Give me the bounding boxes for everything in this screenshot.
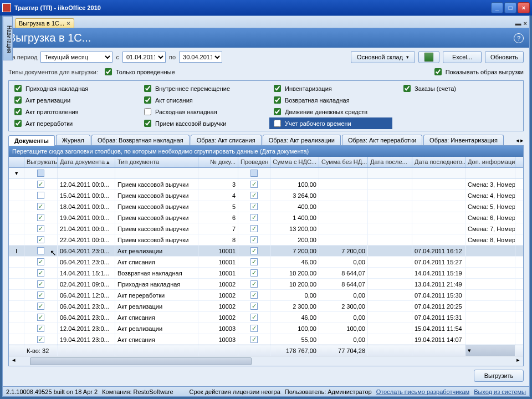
row-posted-checkbox[interactable] <box>250 269 258 277</box>
period-range-select[interactable]: Текущий месяц <box>40 52 112 63</box>
table-row[interactable]: 02.04.2011 09:0...Приходная накладная100… <box>9 279 523 290</box>
table-row[interactable]: 19.04.2011 23:0...Акт списания1000355,00… <box>9 334 523 345</box>
date-to-input[interactable]: 30.04.2011 <box>179 52 222 63</box>
doctype-checkbox[interactable]: Акт приготовления <box>12 106 131 117</box>
doctype-checkbox[interactable]: Заказы (счета) <box>401 83 520 94</box>
row-posted-checkbox[interactable] <box>250 280 258 288</box>
row-posted-checkbox[interactable] <box>250 325 258 332</box>
row-posted-checkbox[interactable] <box>250 247 258 254</box>
row-posted-checkbox[interactable] <box>250 314 258 321</box>
scroll-right-icon[interactable]: ▸ <box>513 356 523 366</box>
horizontal-scrollbar[interactable]: ◂ ▸ <box>9 356 523 366</box>
row-export-checkbox[interactable] <box>37 247 44 254</box>
tab-scroll-right-icon[interactable]: ▸ <box>520 137 524 144</box>
row-export-checkbox[interactable] <box>37 314 44 321</box>
row-posted-checkbox[interactable] <box>250 225 258 232</box>
table-row[interactable]: 06.04.2011 23:0...Акт списания1000146,00… <box>9 257 523 268</box>
scroll-thumb[interactable] <box>30 357 252 365</box>
subtab[interactable]: Документы <box>8 135 55 146</box>
minimize-button[interactable]: _ <box>491 2 503 13</box>
column-header[interactable]: Дата документа ▴ <box>58 157 115 167</box>
table-row[interactable]: 06.04.2011 23:0...Акт реализации100022 3… <box>9 301 523 312</box>
row-posted-checkbox[interactable] <box>250 336 258 343</box>
status-logout-link[interactable]: Выход из системы <box>474 388 526 395</box>
column-header[interactable]: Тип документа <box>115 157 198 167</box>
close-tab-icon[interactable]: × <box>66 20 70 27</box>
row-export-checkbox[interactable] <box>37 203 44 210</box>
scroll-left-icon[interactable]: ◂ <box>9 356 19 366</box>
tabstrip-close-icon[interactable]: × <box>524 20 527 27</box>
table-row[interactable]: 18.04.2011 00:0...Прием кассовой выручки… <box>9 201 523 212</box>
column-header[interactable]: Дата после... <box>368 157 412 167</box>
filter-export-checkbox[interactable] <box>37 170 44 177</box>
row-export-checkbox[interactable] <box>37 280 44 288</box>
doctype-checkbox[interactable]: Приходная накладная <box>12 83 131 94</box>
warehouse-button[interactable]: Основной склад <box>351 51 415 63</box>
table-row[interactable]: 06.04.2011 23:0...Акт списания1000246,00… <box>9 312 523 323</box>
grid-body[interactable]: 12.04.2011 00:0...Прием кассовой выручки… <box>9 179 523 345</box>
excel-icon-button[interactable] <box>418 51 439 63</box>
subtab[interactable]: Журнал <box>56 135 90 145</box>
excel-button[interactable]: Excel... <box>443 51 482 63</box>
row-export-checkbox[interactable] <box>37 214 44 221</box>
row-export-checkbox[interactable] <box>37 325 44 332</box>
navigation-tab[interactable]: Навигация <box>3 16 13 60</box>
tab-scroll-left-icon[interactable]: ◂ <box>516 137 519 144</box>
subtab[interactable]: Образ: Возвратная накладная <box>91 135 190 145</box>
table-row[interactable]: 22.04.2011 00:0...Прием кассовой выручки… <box>9 234 523 245</box>
table-row[interactable]: 21.04.2011 00:0...Прием кассовой выручки… <box>9 223 523 234</box>
row-posted-checkbox[interactable] <box>250 258 258 265</box>
doctype-checkbox[interactable]: Учет рабочего времени <box>269 117 392 129</box>
column-header[interactable] <box>9 157 24 167</box>
table-row[interactable]: 12.04.2011 23:0...Акт реализации10003100… <box>9 323 523 334</box>
row-export-checkbox[interactable] <box>37 303 44 310</box>
column-header[interactable]: Выгружать <box>24 157 58 167</box>
doctype-checkbox[interactable]: Возвратная накладная <box>272 95 390 105</box>
row-export-checkbox[interactable] <box>37 269 44 277</box>
subtab[interactable]: Образ: Акт переработки <box>342 135 422 145</box>
date-from-input[interactable]: 01.04.2011 <box>122 52 166 63</box>
filter-row[interactable]: ▾ <box>9 168 523 179</box>
doctype-checkbox[interactable]: Расходная накладная <box>142 106 260 117</box>
doctype-checkbox[interactable]: Акт переработки <box>12 118 131 129</box>
row-export-checkbox[interactable] <box>37 225 44 232</box>
column-header[interactable]: Дата последнего... <box>412 157 466 167</box>
vscroll-down-icon[interactable]: ▾ <box>466 345 515 356</box>
doctype-checkbox[interactable]: Движение денежных средств <box>272 106 390 117</box>
table-row[interactable]: 06.04.2011 12:0...Акт переработки100020,… <box>9 290 523 301</box>
maximize-button[interactable]: □ <box>504 2 516 13</box>
refresh-button[interactable]: Обновить <box>485 51 524 63</box>
row-export-checkbox[interactable] <box>37 336 44 343</box>
column-header[interactable]: № доку... <box>198 157 238 167</box>
export-button[interactable]: Выгрузить <box>474 370 524 382</box>
group-by-bar[interactable]: Перетащите сюда заголовки столбцов, по к… <box>9 146 523 157</box>
row-export-checkbox[interactable] <box>37 236 44 243</box>
doctype-checkbox[interactable]: Инвентаризация <box>272 83 390 94</box>
column-header[interactable]: Сумма с НДС... <box>270 157 319 167</box>
show-preview-checkbox[interactable]: Показывать образ выгрузки <box>432 66 524 77</box>
column-header[interactable]: Проведен <box>238 157 270 167</box>
subtab[interactable]: Образ: Инвентаризация <box>423 135 504 145</box>
table-row[interactable]: 19.04.2011 00:0...Прием кассовой выручки… <box>9 212 523 223</box>
doctype-checkbox[interactable]: Акт реализации <box>12 95 131 105</box>
filter-posted-checkbox[interactable] <box>250 170 258 177</box>
doctype-checkbox[interactable]: Акт списания <box>142 95 260 105</box>
doctype-checkbox[interactable]: Внутреннее перемещение <box>142 83 260 94</box>
row-export-checkbox[interactable] <box>37 291 44 299</box>
row-export-checkbox[interactable] <box>37 181 44 188</box>
table-row[interactable]: 14.04.2011 15:1...Возвратная накладная10… <box>9 268 523 279</box>
row-export-checkbox[interactable] <box>37 192 44 199</box>
tabstrip-minimize-icon[interactable]: ▬ <box>515 20 521 27</box>
subtab[interactable]: Образ: Акт реализации <box>263 135 341 145</box>
status-feedback-link[interactable]: Отослать письмо разработчикам <box>376 388 470 395</box>
row-posted-checkbox[interactable] <box>250 203 258 210</box>
row-posted-checkbox[interactable] <box>250 181 258 188</box>
row-posted-checkbox[interactable] <box>250 291 258 299</box>
row-posted-checkbox[interactable] <box>250 192 258 199</box>
row-posted-checkbox[interactable] <box>250 303 258 310</box>
tab-export-1c[interactable]: Выгрузка в 1С... × <box>15 18 74 28</box>
row-posted-checkbox[interactable] <box>250 236 258 243</box>
table-row[interactable]: 15.04.2011 00:0...Прием кассовой выручки… <box>9 190 523 201</box>
help-icon[interactable]: ? <box>514 33 524 43</box>
close-window-button[interactable]: × <box>518 2 530 13</box>
